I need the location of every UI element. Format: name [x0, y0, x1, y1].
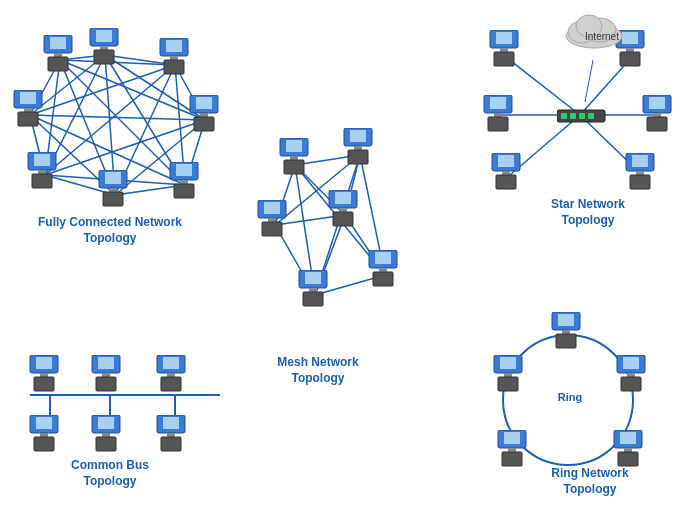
network-topology-diagram: Fully Connected NetworkTopology Mesh Net…	[0, 0, 700, 518]
fc-computer-a	[88, 28, 124, 68]
svg-rect-64	[200, 113, 208, 117]
svg-rect-134	[496, 175, 516, 189]
svg-rect-84	[54, 53, 62, 57]
star-computer-1	[488, 30, 524, 70]
svg-rect-185	[504, 373, 512, 377]
star-computer-6	[624, 153, 660, 193]
svg-rect-59	[166, 40, 182, 52]
fc-computer-d	[168, 162, 204, 202]
bus-computer-2	[90, 355, 126, 395]
internet-cloud	[562, 8, 627, 50]
svg-rect-96	[268, 218, 276, 222]
svg-rect-138	[630, 175, 650, 189]
svg-rect-132	[498, 155, 514, 167]
svg-rect-87	[286, 140, 302, 152]
svg-rect-153	[167, 373, 175, 377]
svg-rect-182	[502, 452, 522, 466]
fc-computer-h	[42, 35, 78, 75]
ring-computer-topright	[615, 355, 651, 395]
svg-rect-111	[496, 32, 512, 44]
svg-rect-186	[498, 377, 518, 391]
svg-rect-99	[335, 192, 351, 204]
svg-rect-173	[627, 373, 635, 377]
svg-rect-55	[96, 30, 112, 42]
svg-rect-112	[500, 48, 508, 52]
svg-rect-157	[40, 433, 48, 437]
svg-rect-125	[579, 113, 585, 119]
svg-rect-158	[34, 437, 54, 451]
svg-rect-85	[48, 57, 68, 71]
svg-rect-161	[102, 433, 110, 437]
svg-rect-133	[502, 171, 510, 175]
mesh-label: Mesh NetworkTopology	[258, 355, 378, 386]
svg-rect-162	[96, 437, 116, 451]
svg-rect-148	[98, 357, 114, 369]
svg-rect-116	[626, 48, 634, 52]
svg-rect-130	[647, 117, 667, 131]
svg-rect-57	[94, 50, 114, 64]
ring-center-label: Ring	[540, 390, 600, 404]
mesh-computer-1	[278, 138, 314, 178]
ring-computer-botright	[612, 430, 648, 470]
svg-rect-73	[103, 192, 123, 206]
svg-rect-75	[34, 154, 50, 166]
svg-rect-152	[163, 357, 179, 369]
svg-rect-83	[50, 37, 66, 49]
svg-rect-91	[350, 130, 366, 142]
mesh-computer-5	[297, 270, 333, 310]
svg-rect-107	[375, 252, 391, 264]
svg-rect-56	[100, 46, 108, 50]
svg-rect-156	[36, 417, 52, 429]
svg-rect-129	[653, 113, 661, 117]
ring-label: Ring NetworkTopology	[530, 466, 650, 497]
svg-rect-124	[570, 113, 576, 119]
svg-rect-168	[558, 314, 574, 326]
svg-rect-104	[309, 288, 317, 292]
svg-rect-101	[333, 212, 353, 226]
svg-rect-184	[500, 357, 516, 369]
svg-rect-136	[632, 155, 648, 167]
svg-line-21	[60, 60, 185, 185]
svg-rect-121	[488, 117, 508, 131]
svg-rect-160	[98, 417, 114, 429]
svg-rect-150	[96, 377, 116, 391]
svg-rect-128	[649, 97, 665, 109]
svg-rect-164	[163, 417, 179, 429]
svg-rect-169	[562, 330, 570, 334]
svg-rect-105	[303, 292, 323, 306]
svg-rect-178	[618, 452, 638, 466]
star-computer-3	[482, 95, 518, 135]
svg-rect-181	[508, 448, 516, 452]
svg-rect-88	[290, 156, 298, 160]
svg-rect-126	[588, 113, 594, 119]
svg-rect-120	[494, 113, 502, 117]
fc-computer-b	[158, 38, 194, 78]
svg-rect-63	[196, 97, 212, 109]
svg-rect-165	[167, 433, 175, 437]
fc-computer-f	[26, 152, 62, 192]
svg-rect-174	[621, 377, 641, 391]
star-computer-5	[490, 153, 526, 193]
svg-rect-108	[379, 268, 387, 272]
svg-rect-170	[556, 334, 576, 348]
fc-computer-g	[12, 90, 48, 130]
fc-computer-c	[188, 95, 224, 135]
svg-rect-119	[490, 97, 506, 109]
star-label: Star NetworkTopology	[528, 197, 648, 228]
svg-rect-60	[170, 56, 178, 60]
bus-computer-3	[155, 355, 191, 395]
bus-computer-6	[155, 415, 191, 455]
bus-computer-4	[28, 415, 64, 455]
svg-rect-69	[174, 184, 194, 198]
svg-rect-137	[636, 171, 644, 175]
svg-rect-81	[18, 112, 38, 126]
svg-rect-123	[561, 113, 567, 119]
svg-line-48	[585, 60, 593, 102]
svg-rect-89	[284, 160, 304, 174]
svg-rect-67	[176, 164, 192, 176]
svg-rect-71	[105, 172, 121, 184]
svg-rect-113	[494, 52, 514, 66]
ring-computer-topleft	[492, 355, 528, 395]
star-hub	[557, 108, 607, 126]
svg-rect-80	[24, 108, 32, 112]
